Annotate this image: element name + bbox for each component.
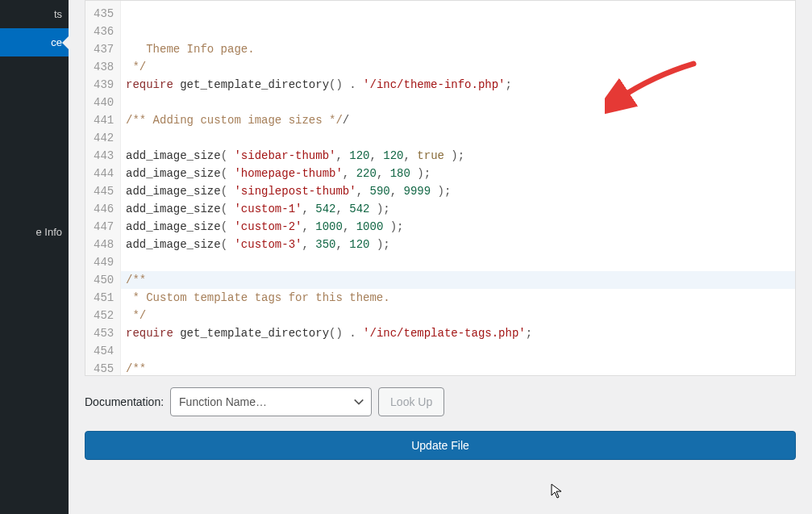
sidebar-item-theme-info[interactable]: e Info [0, 218, 69, 246]
function-name-select[interactable]: Function Name… [170, 387, 372, 416]
admin-sidebar: ts ce e Info [0, 0, 69, 514]
code-line[interactable] [126, 129, 795, 147]
code-editor[interactable]: 4344354364374384394404414424434444454464… [85, 0, 796, 376]
code-line[interactable]: */ [126, 58, 795, 76]
chevron-down-icon [353, 396, 364, 407]
code-lines[interactable]: Theme Info page. */require get_template_… [121, 0, 795, 376]
code-line[interactable]: add_image_size( 'custom-1', 542, 542 ); [126, 200, 795, 218]
code-line[interactable]: * Custom template tags for this theme. [126, 289, 795, 307]
code-line[interactable] [126, 253, 795, 271]
code-line[interactable] [126, 342, 795, 360]
app-layout: ts ce e Info 434435436437438439440441442… [0, 0, 812, 514]
code-line[interactable]: */ [126, 307, 795, 324]
code-line[interactable]: Theme Info page. [126, 40, 795, 58]
code-line[interactable]: require get_template_directory() . '/inc… [126, 76, 795, 94]
look-up-button[interactable]: Look Up [378, 387, 444, 416]
main-content: 4344354364374384394404414424434444454464… [69, 0, 812, 514]
sidebar-item-label: e Info [35, 226, 62, 238]
code-line[interactable]: /** [126, 360, 795, 376]
code-gutter: 4344354364374384394404414424434444454464… [85, 0, 121, 376]
code-line[interactable]: add_image_size( 'sidebar-thumb', 120, 12… [126, 147, 795, 165]
code-line[interactable]: add_image_size( 'custom-3', 350, 120 ); [126, 236, 795, 253]
documentation-label: Documentation: [85, 395, 164, 408]
update-file-button[interactable]: Update File [85, 431, 796, 460]
code-line[interactable]: add_image_size( 'custom-2', 1000, 1000 )… [126, 218, 795, 236]
code-line[interactable]: require get_template_directory() . '/inc… [126, 324, 795, 342]
code-line[interactable]: add_image_size( 'homepage-thumb', 220, 1… [126, 165, 795, 182]
code-line[interactable]: add_image_size( 'singlepost-thumb', 590,… [126, 182, 795, 200]
documentation-row: Documentation: Function Name… Look Up [85, 387, 796, 416]
sidebar-item-widgets[interactable]: ts [0, 0, 69, 28]
code-line[interactable]: /** Adding custom image sizes *// [126, 111, 795, 129]
sidebar-item-appearance[interactable]: ce [0, 28, 69, 56]
sidebar-item-label: ts [54, 8, 62, 20]
code-line[interactable] [126, 94, 795, 111]
sidebar-item-label: ce [51, 36, 62, 48]
select-value: Function Name… [179, 395, 267, 408]
code-line[interactable]: /** [121, 271, 795, 289]
